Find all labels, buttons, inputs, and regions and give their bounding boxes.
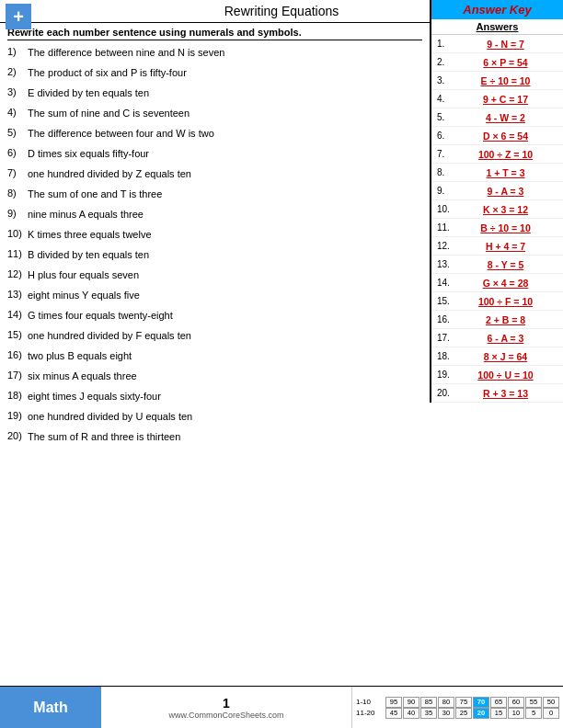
question-number: 12) (7, 268, 28, 279)
answer-num: 18. (437, 351, 454, 361)
answer-val: 9 - A = 3 (454, 186, 557, 197)
answers-header: Answers (431, 19, 563, 35)
question-text: one hundred divided by F equals ten (28, 329, 191, 343)
answer-num: 19. (437, 370, 454, 380)
answer-val: 9 + C = 17 (454, 94, 557, 105)
answer-num: 13. (437, 259, 454, 269)
question-number: 10) (7, 228, 28, 239)
score-boxes-row1: 95908580757065605550 (385, 697, 559, 708)
question-item: 8)The sum of one and T is three (7, 186, 422, 206)
question-text: The product of six and P is fifty-four (28, 66, 187, 80)
answer-item: 13.8 - Y = 5 (431, 256, 563, 274)
logo-icon: + (6, 4, 31, 29)
answer-item: 1.9 - N = 7 (431, 35, 563, 53)
score-box: 40 (403, 708, 419, 719)
question-number: 17) (7, 370, 28, 381)
answer-item: 12.H + 4 = 7 (431, 237, 563, 256)
question-item: 11)B divided by ten equals ten (7, 246, 422, 267)
question-item: 2)The product of six and P is fifty-four (7, 64, 422, 85)
answer-num: 15. (437, 296, 454, 306)
question-item: 14)G times four equals twenty-eight (7, 307, 422, 327)
answer-item: 11.B ÷ 10 = 10 (431, 219, 563, 237)
question-text: H plus four equals seven (28, 268, 139, 282)
answer-val: R + 3 = 13 (454, 388, 557, 399)
score-box: 80 (438, 697, 454, 708)
footer-scores: 1-10 95908580757065605550 11-20 45403530… (351, 687, 563, 728)
answer-item: 2.6 × P = 54 (431, 53, 563, 72)
question-number: 11) (7, 248, 28, 259)
score-box: 70 (473, 697, 489, 708)
score-box: 35 (420, 708, 437, 719)
question-number: 16) (7, 349, 28, 360)
answer-item: 19.100 ÷ U = 10 (431, 366, 563, 384)
question-item: 17)six minus A equals three (7, 368, 422, 388)
answer-key-panel: Answer Key Answers 1.9 - N = 72.6 × P = … (430, 0, 563, 403)
question-item: 10)K times three equals twelve (7, 226, 422, 246)
answer-item: 7.100 ÷ Z = 10 (431, 145, 563, 164)
question-number: 15) (7, 329, 28, 340)
footer-url: www.CommonCoreSheets.com (168, 711, 283, 720)
question-text: The sum of one and T is three (28, 188, 162, 201)
answer-val: H + 4 = 7 (454, 241, 557, 252)
question-item: 1)The difference between nine and N is s… (7, 44, 422, 64)
answer-val: 6 × P = 54 (454, 57, 557, 68)
page-title: Rewriting Equations (224, 4, 339, 18)
answer-item: 17.6 - A = 3 (431, 329, 563, 347)
answer-item: 5.4 - W = 2 (431, 108, 563, 127)
question-item: 16)two plus B equals eight (7, 347, 422, 368)
question-number: 7) (7, 167, 28, 178)
question-text: eight minus Y equals five (28, 289, 140, 302)
question-number: 13) (7, 289, 28, 300)
answer-num: 20. (437, 388, 454, 398)
instructions: Rewrite each number sentence using numer… (7, 27, 422, 40)
score-box: 30 (438, 708, 454, 719)
question-number: 14) (7, 309, 28, 320)
answer-val: 100 ÷ F = 10 (454, 296, 557, 307)
score-box: 20 (473, 708, 489, 719)
question-number: 19) (7, 410, 28, 421)
question-text: one hundred divided by Z equals ten (28, 167, 191, 181)
score-box: 15 (490, 708, 507, 719)
answer-item: 16.2 + B = 8 (431, 311, 563, 329)
answer-num: 16. (437, 314, 454, 324)
answer-num: 7. (437, 149, 454, 159)
score-label-1: 1-10 (356, 698, 384, 706)
question-number: 6) (7, 147, 28, 158)
score-label-2: 11-20 (356, 709, 384, 717)
question-number: 2) (7, 66, 28, 77)
answer-num: 17. (437, 333, 454, 343)
score-box: 50 (543, 697, 559, 708)
question-item: 20)The sum of R and three is thirteen (7, 428, 422, 449)
question-text: K times three equals twelve (28, 228, 152, 242)
answer-val: 9 - N = 7 (454, 39, 557, 50)
page-footer: Math 1 www.CommonCoreSheets.com 1-10 959… (0, 686, 563, 728)
answer-val: 1 + T = 3 (454, 167, 557, 178)
score-box: 10 (508, 708, 524, 719)
answer-num: 11. (437, 222, 454, 233)
score-box: 60 (508, 697, 524, 708)
question-item: 15)one hundred divided by F equals ten (7, 327, 422, 347)
footer-center: 1 www.CommonCoreSheets.com (101, 687, 351, 728)
question-number: 1) (7, 46, 28, 57)
score-box: 55 (525, 697, 542, 708)
question-number: 4) (7, 107, 28, 118)
score-box: 5 (525, 708, 542, 719)
answer-val: 100 ÷ Z = 10 (454, 149, 557, 160)
score-boxes-row2: 454035302520151050 (385, 708, 559, 719)
score-row-1: 1-10 95908580757065605550 (356, 697, 559, 708)
score-box: 90 (403, 697, 419, 708)
answer-num: 10. (437, 204, 454, 214)
answer-num: 9. (437, 186, 454, 196)
question-text: The difference between four and W is two (28, 127, 214, 141)
question-text: six minus A equals three (28, 370, 137, 383)
question-item: 4)The sum of nine and C is seventeen (7, 105, 422, 125)
answer-item: 14.G × 4 = 28 (431, 274, 563, 292)
question-item: 9)nine minus A equals three (7, 206, 422, 226)
score-box: 0 (543, 708, 559, 719)
question-item: 13)eight minus Y equals five (7, 287, 422, 307)
question-item: 18)eight times J equals sixty-four (7, 388, 422, 408)
answer-item: 8.1 + T = 3 (431, 164, 563, 182)
question-text: G times four equals twenty-eight (28, 309, 173, 323)
question-item: 6)D times six equals fifty-four (7, 145, 422, 165)
question-text: eight times J equals sixty-four (28, 390, 161, 404)
